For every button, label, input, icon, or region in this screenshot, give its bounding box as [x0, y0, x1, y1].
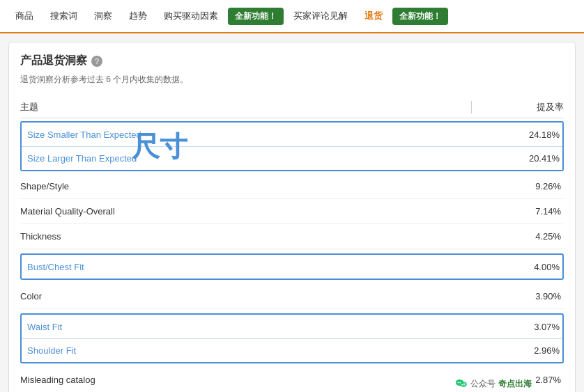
table-row[interactable]: Material Quality-Overall 7.14% — [20, 199, 564, 224]
row-rate-thickness: 4.25% — [480, 231, 564, 242]
nav-item-insights[interactable]: 洞察 — [87, 6, 119, 26]
watermark: 公众号 奇点出海 — [451, 377, 536, 391]
title-row: 产品退货洞察 ? — [20, 54, 564, 68]
table-row[interactable]: Thickness 4.25% — [20, 224, 564, 249]
main-content: 产品退货洞察 ? 退货洞察分析参考过去 6 个月内收集的数据。 主题 提及率 S… — [8, 42, 576, 392]
svg-point-5 — [463, 384, 465, 385]
svg-point-4 — [461, 384, 463, 385]
subtitle: 退货洞察分析参考过去 6 个月内收集的数据。 — [20, 74, 564, 86]
col-header-rate: 提及率 — [480, 101, 564, 113]
row-rate-size-smaller: 24.18% — [479, 130, 562, 140]
wechat-icon — [455, 377, 468, 390]
nav-badge-returns-new[interactable]: 全新功能！ — [392, 8, 448, 25]
row-rate-waist: 3.07% — [479, 322, 562, 332]
row-rate-material: 7.14% — [480, 206, 564, 217]
nav-badge-purchase-new[interactable]: 全新功能！ — [228, 8, 284, 25]
table-row[interactable]: Color 3.90% — [20, 284, 564, 309]
row-topic-material: Material Quality-Overall — [20, 201, 480, 222]
top-navigation: 商品 搜索词 洞察 趋势 购买驱动因素 全新功能！ 买家评论见解 退货 全新功能… — [0, 0, 584, 33]
row-topic-bust: Bust/Chest Fit — [22, 258, 479, 276]
row-topic-size-larger: Size Larger Than Expected — [22, 149, 479, 168]
nav-item-purchase-drivers[interactable]: 购买驱动因素 — [157, 6, 225, 26]
table-row[interactable]: Waist Fit 3.07% — [22, 315, 562, 338]
row-topic-size-smaller: Size Smaller Than Expected — [22, 125, 479, 144]
row-rate-size-larger: 20.41% — [479, 153, 562, 164]
bust-highlight-group: Bust/Chest Fit 4.00% — [20, 249, 564, 284]
row-rate-shape: 9.26% — [480, 181, 564, 191]
table-row[interactable]: Bust/Chest Fit 4.00% — [22, 255, 562, 279]
table-row[interactable]: Shoulder Fit 2.96% — [22, 338, 562, 362]
svg-point-2 — [458, 382, 459, 384]
nav-item-search[interactable]: 搜索词 — [43, 6, 84, 26]
watermark-brand: 奇点出海 — [498, 378, 532, 390]
row-rate-shoulder: 2.96% — [479, 345, 562, 356]
svg-point-3 — [460, 382, 461, 384]
col-header-topic: 主题 — [20, 101, 471, 113]
row-topic-shoulder: Shoulder Fit — [22, 341, 479, 360]
nav-item-returns[interactable]: 退货 — [358, 6, 390, 26]
row-rate-color: 3.90% — [480, 291, 564, 301]
nav-item-buyer-reviews[interactable]: 买家评论见解 — [286, 6, 355, 26]
table-row[interactable]: Size Smaller Than Expected 24.18% — [22, 123, 562, 146]
row-topic-shape: Shape/Style — [20, 175, 480, 197]
table-row[interactable]: Shape/Style 9.26% — [20, 174, 564, 199]
bust-highlight: Bust/Chest Fit 4.00% — [20, 253, 564, 280]
nav-item-products[interactable]: 商品 — [8, 6, 40, 26]
page-title: 产品退货洞察 — [20, 54, 87, 68]
row-topic-thickness: Thickness — [20, 226, 480, 247]
row-topic-color: Color — [20, 285, 480, 307]
nav-item-trends[interactable]: 趋势 — [122, 6, 154, 26]
size-group: Size Smaller Than Expected 24.18% Size L… — [20, 121, 564, 171]
table-row[interactable]: Misleading catalog 2.87% 公众号 奇点出海 — [20, 368, 564, 392]
waist-highlight-group: Waist Fit 3.07% Shoulder Fit 2.96% — [20, 309, 564, 368]
row-topic-misleading: Misleading catalog — [20, 369, 480, 391]
row-topic-waist: Waist Fit — [22, 317, 479, 336]
row-rate-bust: 4.00% — [479, 262, 562, 272]
size-highlight-group: Size Smaller Than Expected 24.18% Size L… — [20, 121, 564, 171]
help-icon[interactable]: ? — [91, 56, 102, 67]
table-header: 主题 提及率 — [20, 97, 564, 118]
content-area: 主题 提及率 Size Smaller Than Expected 24.18%… — [20, 97, 564, 392]
col-divider — [471, 101, 472, 113]
watermark-text: 公众号 — [470, 378, 495, 390]
table-row[interactable]: Size Larger Than Expected 20.41% — [22, 146, 562, 170]
waist-shoulder-highlight: Waist Fit 3.07% Shoulder Fit 2.96% — [20, 313, 564, 363]
